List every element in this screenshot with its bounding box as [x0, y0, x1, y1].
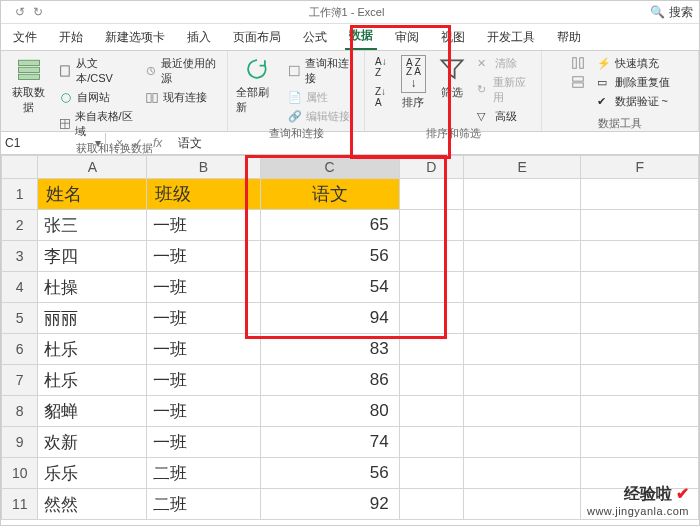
tab-formula[interactable]: 公式 [299, 25, 331, 50]
cell[interactable] [399, 210, 463, 241]
tab-view[interactable]: 视图 [437, 25, 469, 50]
row-header[interactable]: 5 [2, 303, 38, 334]
cell[interactable] [399, 334, 463, 365]
cell[interactable]: 56 [260, 241, 399, 272]
cell[interactable] [581, 396, 699, 427]
row-header[interactable]: 4 [2, 272, 38, 303]
row-header[interactable]: 1 [2, 179, 38, 210]
cell[interactable] [463, 303, 581, 334]
cell[interactable] [581, 303, 699, 334]
cell[interactable]: 65 [260, 210, 399, 241]
row-header[interactable]: 10 [2, 458, 38, 489]
cell[interactable] [581, 179, 699, 210]
chevron-down-icon[interactable]: ▾ [95, 136, 101, 150]
formula-input[interactable]: 语文 [172, 135, 699, 152]
cell[interactable]: 貂蝉 [38, 396, 147, 427]
cell[interactable]: 一班 [147, 210, 260, 241]
cell[interactable]: 一班 [147, 427, 260, 458]
cell[interactable]: 杜乐 [38, 334, 147, 365]
cell[interactable] [399, 241, 463, 272]
cell[interactable] [463, 489, 581, 520]
filter-button[interactable]: 筛选 [438, 55, 466, 100]
cell[interactable] [581, 489, 699, 520]
row-header[interactable]: 8 [2, 396, 38, 427]
cell[interactable] [581, 427, 699, 458]
sort-button[interactable]: A ZZ A↓ 排序 [397, 55, 431, 110]
cell[interactable] [463, 210, 581, 241]
text-to-columns-icon[interactable] [569, 55, 587, 71]
row-header[interactable]: 11 [2, 489, 38, 520]
cell[interactable] [581, 334, 699, 365]
col-header-D[interactable]: D [399, 156, 463, 179]
cell[interactable]: 一班 [147, 241, 260, 272]
cell[interactable]: 一班 [147, 396, 260, 427]
cell[interactable]: 二班 [147, 458, 260, 489]
cell[interactable] [399, 272, 463, 303]
row-header[interactable]: 3 [2, 241, 38, 272]
data-validation-button[interactable]: ✔数据验证 ~ [595, 93, 672, 110]
cell[interactable]: 丽丽 [38, 303, 147, 334]
from-csv-button[interactable]: 从文本/CSV [57, 55, 136, 87]
from-web-button[interactable]: 自网站 [57, 89, 136, 106]
tab-dev[interactable]: 开发工具 [483, 25, 539, 50]
cell[interactable]: 80 [260, 396, 399, 427]
select-all[interactable] [2, 156, 38, 179]
row-header[interactable]: 9 [2, 427, 38, 458]
cell[interactable] [463, 334, 581, 365]
cell[interactable]: 二班 [147, 489, 260, 520]
cell[interactable]: 74 [260, 427, 399, 458]
tab-file[interactable]: 文件 [9, 25, 41, 50]
cell[interactable] [399, 179, 463, 210]
cell[interactable]: 姓名 [38, 179, 147, 210]
grid[interactable]: A B C D E F 1 姓名 班级 语文 2张三一班653李四一班564杜操… [1, 155, 699, 520]
cell[interactable]: 86 [260, 365, 399, 396]
cell[interactable]: 一班 [147, 303, 260, 334]
row-header[interactable]: 7 [2, 365, 38, 396]
col-header-A[interactable]: A [38, 156, 147, 179]
name-box[interactable]: C1 ▾ [1, 133, 106, 153]
undo-icon[interactable]: ↺ [15, 5, 25, 19]
recent-sources-button[interactable]: 最近使用的源 [143, 55, 219, 87]
cell[interactable] [581, 241, 699, 272]
cell[interactable] [399, 396, 463, 427]
cell[interactable] [463, 272, 581, 303]
cell[interactable]: 乐乐 [38, 458, 147, 489]
flash-fill-button[interactable]: ⚡快速填充 [595, 55, 672, 72]
cell[interactable] [399, 458, 463, 489]
tab-home[interactable]: 开始 [55, 25, 87, 50]
cell[interactable] [463, 396, 581, 427]
fx-icon[interactable]: fx [153, 136, 162, 150]
cell[interactable]: 杜操 [38, 272, 147, 303]
tab-new[interactable]: 新建选项卡 [101, 25, 169, 50]
edit-links-button[interactable]: 🔗编辑链接 [286, 108, 356, 125]
clear-filter-button[interactable]: ✕清除 [475, 55, 533, 72]
sort-desc-button[interactable]: Z↓A [373, 85, 389, 109]
cell[interactable] [581, 210, 699, 241]
reapply-button[interactable]: ↻重新应用 [475, 74, 533, 106]
cell[interactable]: 56 [260, 458, 399, 489]
redo-icon[interactable]: ↻ [33, 5, 43, 19]
cell[interactable]: 一班 [147, 272, 260, 303]
cell[interactable]: 92 [260, 489, 399, 520]
properties-button[interactable]: 📄属性 [286, 89, 356, 106]
cell[interactable]: 张三 [38, 210, 147, 241]
cell[interactable] [463, 241, 581, 272]
tab-layout[interactable]: 页面布局 [229, 25, 285, 50]
advanced-filter-button[interactable]: ▽高级 [475, 108, 533, 125]
cell[interactable] [463, 179, 581, 210]
cell[interactable] [399, 427, 463, 458]
search-box[interactable]: 🔍 搜索 [650, 4, 693, 21]
existing-conn-button[interactable]: 现有连接 [143, 89, 219, 106]
cell[interactable]: 94 [260, 303, 399, 334]
cell[interactable] [581, 458, 699, 489]
cell[interactable] [463, 365, 581, 396]
cell[interactable]: 语文 [260, 179, 399, 210]
col-header-B[interactable]: B [147, 156, 260, 179]
enter-icon[interactable]: ✓ [133, 136, 143, 150]
tab-help[interactable]: 帮助 [553, 25, 585, 50]
cell[interactable]: 班级 [147, 179, 260, 210]
remove-dup-button[interactable]: ▭删除重复值 [595, 74, 672, 91]
queries-button[interactable]: 查询和连接 [286, 55, 356, 87]
cell[interactable] [399, 489, 463, 520]
col-header-F[interactable]: F [581, 156, 699, 179]
